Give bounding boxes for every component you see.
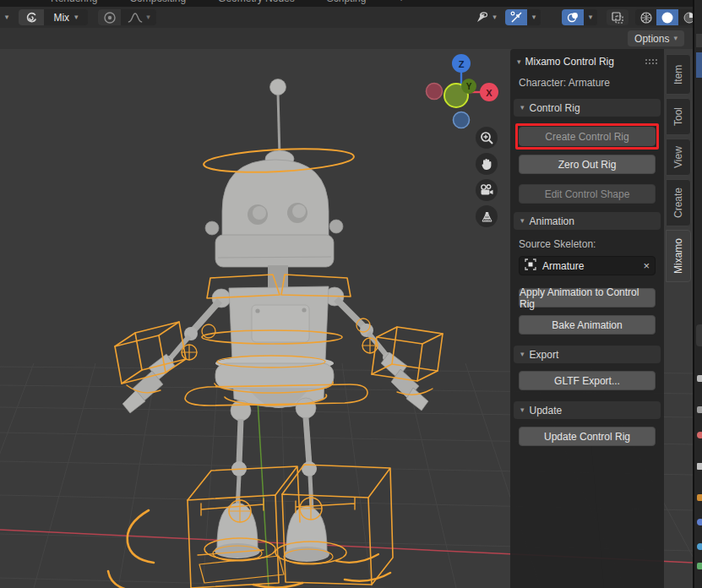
properties-editor-edge — [696, 324, 702, 346]
workspace-tab-add[interactable]: + — [398, 0, 404, 4]
sidebar-tab-create[interactable]: Create — [666, 179, 691, 226]
svg-text:Y: Y — [466, 82, 472, 91]
create-control-rig-button[interactable]: Create Control Rig — [519, 127, 656, 146]
gizmos-toggle-icon[interactable] — [505, 9, 527, 25]
sidebar-tab-tool[interactable]: Tool — [666, 98, 691, 135]
zoom-button[interactable] — [476, 127, 498, 149]
blend-mode-dropdown[interactable]: Mix ▾ — [44, 9, 88, 25]
pan-hand-button[interactable] — [476, 153, 498, 175]
physics-properties-icon[interactable] — [697, 519, 702, 525]
render-properties-icon[interactable] — [697, 375, 702, 382]
drag-handle-icon[interactable] — [645, 56, 657, 68]
svg-text:X: X — [486, 88, 492, 98]
adjacent-editor-sliver — [693, 0, 702, 588]
export-section-header[interactable]: ▾ Export — [514, 346, 661, 363]
shading-wireframe-icon[interactable] — [635, 9, 656, 25]
world-properties-icon[interactable] — [697, 543, 702, 550]
show-gizmo-dropdown[interactable]: ▾ — [471, 9, 500, 25]
sidebar-tab-view[interactable]: View — [666, 139, 691, 176]
gizmo-x-neg-ball[interactable] — [427, 84, 443, 100]
clear-source-icon[interactable]: × — [643, 259, 650, 272]
workspace-tab-compositing[interactable]: Compositing — [129, 0, 186, 4]
sidebar-tab-item[interactable]: Item — [666, 54, 691, 95]
zero-out-rig-button[interactable]: Zero Out Rig — [519, 155, 656, 174]
panel-title: Mixamo Control Rig — [525, 56, 614, 68]
xray-toggle-icon[interactable] — [607, 9, 629, 25]
workspace-tab-rendering[interactable]: Rendering — [51, 0, 97, 4]
shading-solid-icon[interactable] — [656, 9, 678, 25]
control-rig-section-header[interactable]: ▾ Control Rig — [514, 99, 661, 117]
update-section-header[interactable]: ▾ Update — [514, 401, 661, 419]
object-data-icon — [525, 259, 536, 273]
svg-text:Z: Z — [459, 59, 465, 69]
overlays-toggle-icon[interactable] — [562, 9, 584, 25]
sidebar-tabs: Item Tool View Create Mixamo — [666, 54, 691, 282]
outliner-selected-row[interactable] — [696, 52, 702, 78]
gizmo-z-neg-ball[interactable] — [454, 112, 470, 128]
apply-animation-button[interactable]: Apply Animation to Control Rig — [519, 288, 656, 308]
falloff-curve-dropdown[interactable]: ▾ — [121, 9, 156, 25]
mixamo-panel: ▾ Mixamo Control Rig Character: Armature… — [510, 49, 664, 588]
source-skeleton-label: Source Skeleton: — [510, 230, 664, 252]
tool-settings-bar: ▾ Mix ▾ ▾ ▾ ▾ ▾ — [0, 7, 702, 29]
overlays-dropdown[interactable]: ▾ — [584, 9, 597, 25]
sidebar-region: ▾ Mixamo Control Rig Character: Armature… — [510, 49, 693, 588]
sidebar-tab-mixamo[interactable]: Mixamo — [666, 230, 691, 282]
brush-falloff-icon[interactable] — [19, 9, 44, 25]
workspace-tab-bar: Rendering Compositing Geometry Nodes Scr… — [0, 0, 702, 7]
source-skeleton-field[interactable]: Armature × — [519, 256, 656, 275]
panel-header[interactable]: ▾ Mixamo Control Rig — [510, 49, 664, 71]
gltf-export-button[interactable]: GLTF Export... — [519, 371, 656, 390]
tool-dropdown-partial[interactable]: ▾ — [0, 9, 14, 25]
data-properties-icon[interactable] — [697, 494, 702, 501]
edit-control-shape-button[interactable]: Edit Control Shape — [519, 184, 656, 204]
gizmos-dropdown[interactable]: ▾ — [527, 9, 541, 25]
bake-animation-button[interactable]: Bake Animation — [519, 315, 656, 335]
viewport-header: Options ▾ — [0, 28, 693, 49]
blender-window: { "workspace": { "tabs": ["Rendering", "… — [0, 0, 702, 588]
outliner-edge — [696, 34, 702, 47]
toggle-orthographic-button[interactable] — [476, 205, 498, 227]
workspace-tab-scripting[interactable]: Scripting — [327, 0, 367, 4]
camera-view-button[interactable] — [476, 179, 498, 201]
proportional-editing-icon[interactable] — [98, 9, 121, 25]
output-properties-icon[interactable] — [697, 406, 702, 413]
animation-section-header[interactable]: ▾ Animation — [514, 212, 661, 230]
modifier-properties-icon[interactable] — [697, 463, 702, 470]
source-skeleton-value: Armature — [542, 260, 584, 272]
constraint-properties-icon[interactable] — [697, 563, 702, 569]
robot-model[interactable] — [122, 79, 428, 563]
object-properties-icon[interactable] — [697, 432, 702, 438]
workspace-tab-geometry-nodes[interactable]: Geometry Nodes — [218, 0, 295, 4]
character-label: Character: Armature — [510, 71, 664, 90]
navigation-gizmo[interactable]: Y Z X — [422, 52, 502, 132]
update-control-rig-button[interactable]: Update Control Rig — [519, 427, 656, 446]
create-control-rig-highlight: Create Control Rig — [515, 123, 659, 150]
options-dropdown[interactable]: Options ▾ — [628, 30, 684, 46]
